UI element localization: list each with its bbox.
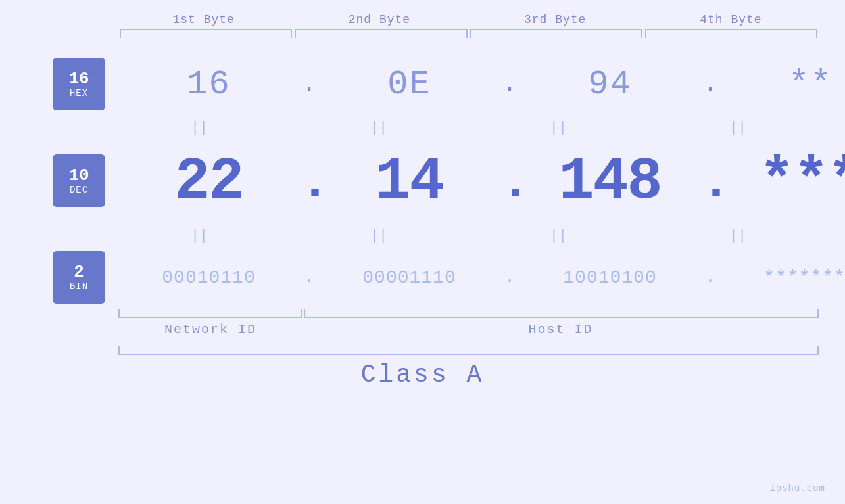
- byte4-header: 4th Byte: [643, 13, 819, 26]
- bin-byte1-value: 00010110: [162, 267, 255, 288]
- byte-headers: 1st Byte 2nd Byte 3rd Byte 4th Byte: [26, 13, 819, 26]
- watermark: ipshu.com: [769, 483, 825, 493]
- class-bracket: [118, 346, 819, 355]
- hex-byte4-value: **: [788, 65, 832, 104]
- bracket-byte4: [645, 29, 817, 38]
- class-label-row: Class A: [26, 361, 819, 389]
- dec-byte2-cell: 14: [319, 149, 500, 216]
- equals-row-1: || || || ||: [26, 117, 819, 139]
- eq2-b1: ||: [118, 225, 280, 247]
- hex-row: 16 HEX 16 . 0E . 94 . **: [26, 51, 819, 117]
- hex-badge-num: 16: [68, 70, 89, 89]
- hex-badge: 16 HEX: [53, 58, 105, 110]
- dec-badge: 10 DEC: [53, 154, 105, 207]
- bin-byte2-value: 00001110: [362, 267, 456, 288]
- eq1-b1: ||: [118, 117, 280, 139]
- dec-badge-num: 10: [68, 166, 89, 185]
- hex-byte3-cell: 94: [519, 65, 700, 104]
- eq1-b3: ||: [477, 117, 639, 139]
- dec-values: 22 . 14 . 148 . ***: [26, 149, 845, 216]
- bin-byte4-cell: ********: [720, 267, 845, 288]
- hex-badge-label: HEX: [70, 88, 88, 99]
- dot-dec-1: .: [299, 152, 319, 212]
- eq1-b2: ||: [298, 117, 460, 139]
- dot-dec-3: .: [700, 152, 720, 212]
- hex-byte3-value: 94: [588, 65, 631, 104]
- main-page: 1st Byte 2nd Byte 3rd Byte 4th Byte 16 H…: [0, 0, 845, 504]
- bin-byte1-cell: 00010110: [118, 267, 299, 288]
- eq2-b3: ||: [477, 225, 639, 247]
- bin-values: 00010110 . 00001110 . 10010100 . *******…: [26, 267, 845, 288]
- dot-hex-3: .: [700, 71, 720, 98]
- dot-hex-2: .: [500, 71, 519, 98]
- dec-byte1-value: 22: [174, 149, 243, 216]
- hex-byte2-cell: 0E: [319, 65, 500, 104]
- class-label: Class A: [361, 361, 485, 389]
- dot-bin-2: .: [500, 267, 519, 287]
- top-bracket-row: [26, 29, 819, 38]
- dec-byte4-cell: ***: [720, 149, 845, 216]
- bracket-byte3: [470, 29, 642, 38]
- dec-row: 10 DEC 22 . 14 . 148 . ***: [26, 143, 819, 221]
- hex-values: 16 . 0E . 94 . **: [26, 65, 845, 104]
- bin-byte4-value: ********: [763, 267, 845, 288]
- eq2-b2: ||: [298, 225, 460, 247]
- dec-byte4-value: ***: [759, 149, 845, 216]
- eq1-b4: ||: [657, 117, 819, 139]
- equals-row-2: || || || ||: [26, 225, 819, 247]
- bin-byte3-cell: 10010100: [519, 267, 700, 288]
- host-id-label: Host ID: [302, 322, 819, 337]
- network-bracket: [118, 309, 302, 318]
- byte3-header: 3rd Byte: [468, 13, 643, 26]
- dot-hex-1: .: [299, 71, 319, 98]
- hex-byte4-cell: **: [720, 65, 845, 104]
- bin-badge: 2 BIN: [53, 251, 105, 304]
- dec-byte3-cell: 148: [519, 149, 700, 216]
- bin-badge-num: 2: [74, 263, 84, 282]
- dec-byte1-cell: 22: [118, 149, 299, 216]
- dot-dec-2: .: [500, 152, 519, 212]
- hex-byte2-value: 0E: [387, 65, 431, 104]
- bin-byte3-value: 10010100: [563, 267, 656, 288]
- bin-byte2-cell: 00001110: [319, 267, 500, 288]
- dec-badge-label: DEC: [70, 185, 88, 195]
- bin-row: 2 BIN 00010110 . 00001110 . 10010100 . *…: [26, 251, 819, 304]
- dot-bin-3: .: [700, 267, 720, 287]
- bin-badge-label: BIN: [70, 281, 88, 292]
- dot-bin-1: .: [299, 267, 319, 287]
- byte2-header: 2nd Byte: [291, 13, 467, 26]
- id-labels-row: Network ID Host ID: [26, 322, 819, 337]
- dec-byte2-value: 14: [375, 149, 443, 216]
- bottom-bracket-row: [26, 309, 819, 318]
- host-bracket: [304, 309, 819, 318]
- byte1-header: 1st Byte: [116, 13, 291, 26]
- hex-byte1-value: 16: [187, 65, 230, 104]
- bracket-byte2: [295, 29, 467, 38]
- bracket-byte1: [120, 29, 292, 38]
- dec-byte3-value: 148: [558, 149, 661, 216]
- network-id-label: Network ID: [118, 322, 302, 337]
- eq2-b4: ||: [657, 225, 819, 247]
- long-bracket-row: [26, 346, 819, 355]
- hex-byte1-cell: 16: [118, 65, 299, 104]
